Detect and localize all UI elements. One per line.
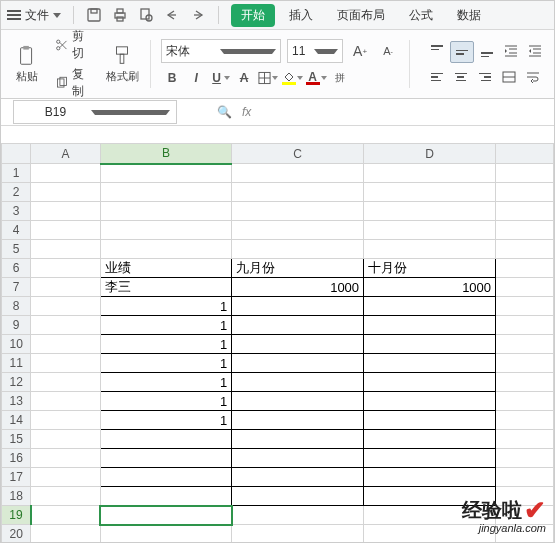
cell-A17[interactable] <box>31 468 100 487</box>
tab-layout[interactable]: 页面布局 <box>327 4 395 27</box>
cell-C20[interactable] <box>232 525 364 543</box>
undo-icon[interactable] <box>164 7 180 23</box>
cell-B4[interactable] <box>100 221 231 240</box>
cell-B3[interactable] <box>100 202 231 221</box>
row-header-9[interactable]: 9 <box>2 316 31 335</box>
align-center-button[interactable] <box>450 67 472 87</box>
row-header-16[interactable]: 16 <box>2 449 31 468</box>
cell-E17[interactable] <box>496 468 554 487</box>
cell-A16[interactable] <box>31 449 100 468</box>
cell-C4[interactable] <box>232 221 364 240</box>
cell-A18[interactable] <box>31 487 100 506</box>
cell-B7[interactable]: 李三 <box>100 278 231 297</box>
cell-B13[interactable]: 1 <box>100 392 231 411</box>
cell-D16[interactable] <box>364 449 496 468</box>
cell-B19[interactable] <box>100 506 231 525</box>
tab-data[interactable]: 数据 <box>447 4 491 27</box>
increase-font-button[interactable]: A+ <box>349 40 371 62</box>
underline-button[interactable]: U <box>209 67 231 89</box>
tab-start[interactable]: 开始 <box>231 4 275 27</box>
cell-B10[interactable]: 1 <box>100 335 231 354</box>
print-icon[interactable] <box>112 7 128 23</box>
cell-D15[interactable] <box>364 430 496 449</box>
cell-C9[interactable] <box>232 316 364 335</box>
cell-D11[interactable] <box>364 354 496 373</box>
fx-label[interactable]: fx <box>242 105 251 119</box>
col-header-B[interactable]: B <box>100 144 231 164</box>
cell-E14[interactable] <box>496 411 554 430</box>
cell-B18[interactable] <box>100 487 231 506</box>
align-right-button[interactable] <box>474 67 496 87</box>
cell-D1[interactable] <box>364 164 496 183</box>
cell-C11[interactable] <box>232 354 364 373</box>
cell-C17[interactable] <box>232 468 364 487</box>
row-header-2[interactable]: 2 <box>2 183 31 202</box>
cell-B11[interactable]: 1 <box>100 354 231 373</box>
col-header-A[interactable]: A <box>31 144 100 164</box>
col-header-D[interactable]: D <box>364 144 496 164</box>
cell-D3[interactable] <box>364 202 496 221</box>
paste-button[interactable]: 粘贴 <box>9 38 45 90</box>
row-header-10[interactable]: 10 <box>2 335 31 354</box>
name-box[interactable]: B19 <box>13 100 177 124</box>
merge-cells-button[interactable] <box>498 67 520 87</box>
row-header-1[interactable]: 1 <box>2 164 31 183</box>
cell-D9[interactable] <box>364 316 496 335</box>
cell-A7[interactable] <box>31 278 100 297</box>
cell-A2[interactable] <box>31 183 100 202</box>
cell-C5[interactable] <box>232 240 364 259</box>
cell-C1[interactable] <box>232 164 364 183</box>
row-header-17[interactable]: 17 <box>2 468 31 487</box>
row-header-20[interactable]: 20 <box>2 525 31 543</box>
cell-C16[interactable] <box>232 449 364 468</box>
cell-B1[interactable] <box>100 164 231 183</box>
cell-C10[interactable] <box>232 335 364 354</box>
row-header-7[interactable]: 7 <box>2 278 31 297</box>
row-header-12[interactable]: 12 <box>2 373 31 392</box>
cell-E5[interactable] <box>496 240 554 259</box>
cell-A20[interactable] <box>31 525 100 543</box>
cell-B6[interactable]: 业绩 <box>100 259 231 278</box>
cell-E2[interactable] <box>496 183 554 202</box>
format-painter-button[interactable]: 格式刷 <box>104 38 140 90</box>
font-size-combo[interactable]: 11 <box>287 39 343 63</box>
cell-D5[interactable] <box>364 240 496 259</box>
tab-formula[interactable]: 公式 <box>399 4 443 27</box>
cell-E3[interactable] <box>496 202 554 221</box>
cell-E15[interactable] <box>496 430 554 449</box>
cell-A4[interactable] <box>31 221 100 240</box>
cell-C3[interactable] <box>232 202 364 221</box>
cell-E13[interactable] <box>496 392 554 411</box>
cell-C15[interactable] <box>232 430 364 449</box>
row-header-18[interactable]: 18 <box>2 487 31 506</box>
cell-E16[interactable] <box>496 449 554 468</box>
cell-A3[interactable] <box>31 202 100 221</box>
align-left-button[interactable] <box>426 67 448 87</box>
font-color-button[interactable]: A <box>305 67 327 89</box>
row-header-5[interactable]: 5 <box>2 240 31 259</box>
cell-E7[interactable] <box>496 278 554 297</box>
save-icon[interactable] <box>86 7 102 23</box>
border-button[interactable] <box>257 67 279 89</box>
tab-insert[interactable]: 插入 <box>279 4 323 27</box>
cell-A10[interactable] <box>31 335 100 354</box>
cell-D14[interactable] <box>364 411 496 430</box>
cell-C6[interactable]: 九月份 <box>232 259 364 278</box>
cut-button[interactable]: 剪切 <box>55 28 95 62</box>
cell-A12[interactable] <box>31 373 100 392</box>
cell-A13[interactable] <box>31 392 100 411</box>
cell-B17[interactable] <box>100 468 231 487</box>
increase-indent-button[interactable] <box>524 41 546 61</box>
file-menu-button[interactable]: 文件 <box>7 7 61 24</box>
row-header-4[interactable]: 4 <box>2 221 31 240</box>
cell-C8[interactable] <box>232 297 364 316</box>
font-name-combo[interactable]: 宋体 <box>161 39 281 63</box>
cell-A14[interactable] <box>31 411 100 430</box>
cell-E4[interactable] <box>496 221 554 240</box>
cell-A15[interactable] <box>31 430 100 449</box>
cell-D2[interactable] <box>364 183 496 202</box>
decrease-font-button[interactable]: A- <box>377 40 399 62</box>
strikethrough-button[interactable]: A <box>233 67 255 89</box>
cell-A6[interactable] <box>31 259 100 278</box>
fx-search-icon[interactable]: 🔍 <box>217 105 232 119</box>
